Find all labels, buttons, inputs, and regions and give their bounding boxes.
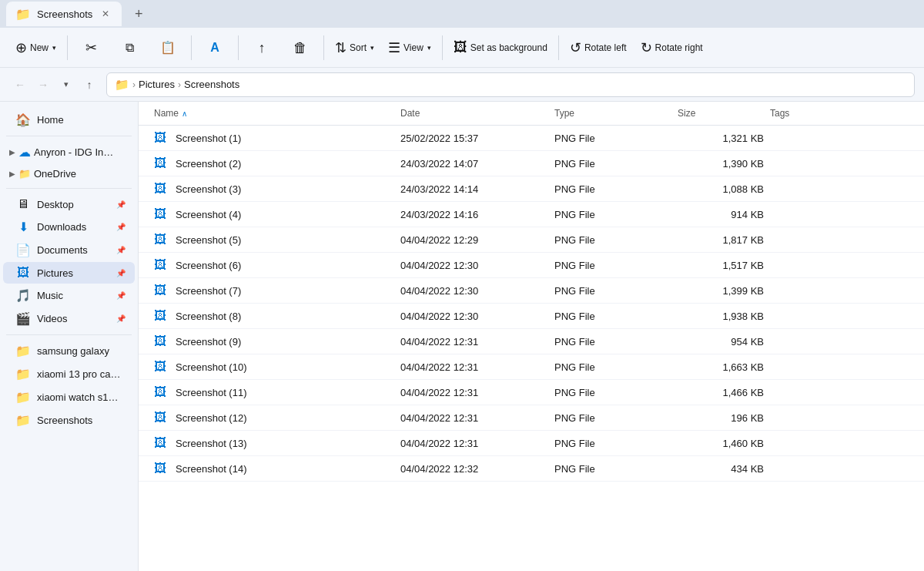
file-name-cell: 🖼 Screenshot (10) (151, 354, 397, 379)
up-button[interactable]: ↑ (79, 74, 100, 96)
sidebar-music-label: Music (37, 290, 110, 301)
sidebar-documents-label: Documents (37, 244, 110, 256)
videos-pin-icon: 📌 (116, 314, 126, 323)
rename-button[interactable]: A (196, 31, 233, 65)
breadcrumb-folder-icon: 📁 (115, 78, 129, 92)
file-tags-cell (767, 438, 912, 448)
sidebar-pictures-label: Pictures (37, 267, 110, 279)
table-row[interactable]: 🖼 Screenshot (13) 04/04/2022 12:31 PNG F… (139, 431, 924, 456)
sidebar-item-onedrive[interactable]: ▶ 📁 OneDrive (3, 164, 135, 183)
tab-close-button[interactable]: ✕ (99, 7, 112, 21)
tab-title: Screenshots (37, 8, 92, 20)
file-name-cell: 🖼 Screenshot (4) (151, 202, 397, 227)
table-row[interactable]: 🖼 Screenshot (11) 04/04/2022 12:31 PNG F… (139, 380, 924, 405)
onedrive-folder-icon: 📁 (18, 168, 31, 180)
rotate-right-button[interactable]: ↻ Rotate right (634, 31, 709, 65)
new-tab-button[interactable]: + (128, 3, 149, 25)
file-name-cell: 🖼 Screenshot (3) (151, 176, 397, 201)
table-row[interactable]: 🖼 Screenshot (8) 04/04/2022 12:30 PNG Fi… (139, 304, 924, 329)
cut-icon: ✂ (85, 41, 97, 55)
sidebar-item-samsung[interactable]: 📁 samsung galaxy (3, 340, 135, 362)
col-header-name[interactable]: Name ∧ (151, 102, 397, 125)
file-name-cell: 🖼 Screenshot (2) (151, 151, 397, 176)
file-type-cell: PNG File (551, 331, 675, 353)
sidebar-item-music[interactable]: 🎵 Music 📌 (3, 284, 135, 307)
file-date-cell: 04/04/2022 12:30 (397, 305, 551, 327)
table-row[interactable]: 🖼 Screenshot (14) 04/04/2022 12:32 PNG F… (139, 456, 924, 482)
new-button[interactable]: ⊕ New ▾ (9, 31, 62, 65)
table-row[interactable]: 🖼 Screenshot (2) 24/03/2022 14:07 PNG Fi… (139, 151, 924, 176)
col-header-tags[interactable]: Tags (767, 102, 912, 125)
share-button[interactable]: ↑ (243, 31, 280, 65)
file-size-cell: 1,938 KB (675, 305, 767, 327)
file-size-cell: 1,663 KB (675, 356, 767, 378)
sidebar-videos-label: Videos (37, 313, 110, 324)
file-tags-cell (767, 311, 912, 321)
samsung-folder-icon: 📁 (15, 344, 31, 358)
recent-locations-button[interactable]: ▾ (55, 74, 77, 96)
file-date-cell: 04/04/2022 12:31 (397, 356, 551, 378)
sidebar-item-documents[interactable]: 📄 Documents 📌 (3, 239, 135, 261)
file-date-cell: 04/04/2022 12:31 (397, 331, 551, 353)
table-row[interactable]: 🖼 Screenshot (5) 04/04/2022 12:29 PNG Fi… (139, 227, 924, 253)
file-size-cell: 434 KB (675, 458, 767, 480)
set-background-button[interactable]: 🖼 Set as background (447, 31, 554, 65)
breadcrumb-screenshots[interactable]: Screenshots (184, 79, 239, 90)
sidebar-item-desktop[interactable]: 🖥 Desktop 📌 (3, 193, 135, 215)
back-button[interactable]: ← (9, 74, 31, 96)
delete-icon: 🗑 (293, 41, 307, 55)
file-name-cell: 🖼 Screenshot (12) (151, 405, 397, 430)
copy-button[interactable]: ⧉ (111, 31, 148, 65)
file-list: Name ∧ Date Type Size Tags 🖼 Screenshot … (139, 102, 924, 571)
file-name-cell: 🖼 Screenshot (1) (151, 126, 397, 150)
file-png-icon: 🖼 (154, 411, 169, 425)
rename-icon: A (210, 42, 219, 54)
table-row[interactable]: 🖼 Screenshot (1) 25/02/2022 15:37 PNG Fi… (139, 126, 924, 151)
file-date-cell: 04/04/2022 12:30 (397, 254, 551, 277)
sidebar-item-pictures[interactable]: 🖼 Pictures 📌 (3, 262, 135, 284)
file-name-cell: 🖼 Screenshot (7) (151, 278, 397, 303)
separator-6 (558, 35, 559, 60)
set-background-icon: 🖼 (454, 39, 467, 55)
col-header-date[interactable]: Date (397, 102, 551, 125)
file-png-icon: 🖼 (154, 207, 169, 221)
sidebar-item-videos[interactable]: 🎬 Videos 📌 (3, 307, 135, 330)
sidebar-item-screenshots[interactable]: 📁 Screenshots (3, 409, 135, 432)
file-tags-cell (767, 463, 912, 474)
tab-screenshots[interactable]: 📁 Screenshots ✕ (6, 2, 122, 26)
breadcrumb[interactable]: 📁 › Pictures › Screenshots (106, 72, 915, 97)
table-row[interactable]: 🖼 Screenshot (4) 24/03/2022 14:16 PNG Fi… (139, 202, 924, 227)
col-header-type[interactable]: Type (551, 102, 675, 125)
sidebar-item-home[interactable]: 🏠 Home (3, 109, 135, 131)
paste-button[interactable]: 📋 (149, 31, 186, 65)
sidebar-item-xiaomi13[interactable]: 📁 xiaomi 13 pro ca… (3, 363, 135, 385)
sidebar-xiaomi13-label: xiaomi 13 pro ca… (37, 368, 126, 380)
sidebar-item-anyron[interactable]: ▶ ☁ Anyron - IDG In… (3, 141, 135, 163)
file-size-cell: 1,321 KB (675, 127, 767, 149)
separator-2 (191, 35, 192, 60)
view-button[interactable]: ☰ View ▾ (382, 31, 437, 65)
sidebar-downloads-label: Downloads (37, 221, 110, 233)
rotate-left-button[interactable]: ↺ Rotate left (564, 31, 633, 65)
delete-button[interactable]: 🗑 (282, 31, 319, 65)
table-row[interactable]: 🖼 Screenshot (10) 04/04/2022 12:31 PNG F… (139, 354, 924, 380)
sort-button[interactable]: ⇅ Sort ▾ (329, 31, 380, 65)
breadcrumb-pictures[interactable]: Pictures (139, 79, 175, 90)
table-row[interactable]: 🖼 Screenshot (6) 04/04/2022 12:30 PNG Fi… (139, 253, 924, 278)
file-tags-cell (767, 336, 912, 347)
table-row[interactable]: 🖼 Screenshot (7) 04/04/2022 12:30 PNG Fi… (139, 278, 924, 304)
forward-button[interactable]: → (32, 74, 54, 96)
downloads-pin-icon: 📌 (116, 223, 126, 231)
sidebar-item-xiaomiwatch[interactable]: 📁 xiaomi watch s1… (3, 386, 135, 408)
file-type-cell: PNG File (551, 153, 675, 175)
table-row[interactable]: 🖼 Screenshot (3) 24/03/2022 14:14 PNG Fi… (139, 176, 924, 202)
sidebar-item-downloads[interactable]: ⬇ Downloads 📌 (3, 216, 135, 238)
col-header-size[interactable]: Size (675, 102, 767, 125)
file-type-cell: PNG File (551, 229, 675, 251)
view-label: View (403, 42, 424, 53)
table-row[interactable]: 🖼 Screenshot (12) 04/04/2022 12:31 PNG F… (139, 405, 924, 431)
separator-4 (323, 35, 324, 60)
separator-1 (67, 35, 68, 60)
table-row[interactable]: 🖼 Screenshot (9) 04/04/2022 12:31 PNG Fi… (139, 329, 924, 354)
cut-button[interactable]: ✂ (72, 31, 109, 65)
